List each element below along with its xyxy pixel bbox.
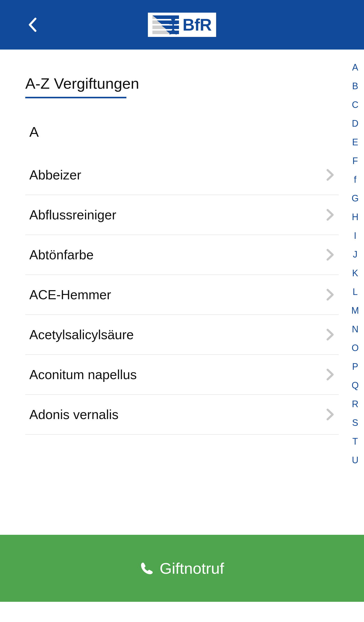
alpha-index-letter[interactable]: I: [350, 231, 360, 241]
list-item-label: ACE-Hemmer: [29, 287, 111, 302]
alpha-index: ABCDEFfGHIJKLMNOPQRSTU: [350, 62, 360, 466]
list-item[interactable]: Acetylsalicylsäure: [25, 315, 339, 355]
list-item[interactable]: ACE-Hemmer: [25, 275, 339, 315]
chevron-left-icon: [28, 17, 38, 32]
section-letter: A: [25, 124, 339, 140]
alpha-index-letter[interactable]: F: [350, 156, 360, 166]
alpha-index-letter[interactable]: L: [350, 287, 360, 297]
alpha-index-letter[interactable]: R: [350, 399, 360, 409]
alpha-index-letter[interactable]: O: [350, 343, 360, 353]
item-list: AbbeizerAbflussreinigerAbtönfarbeACE-Hem…: [25, 155, 339, 435]
app-header: BfR: [0, 0, 364, 50]
chevron-right-icon: [326, 248, 335, 261]
alpha-index-letter[interactable]: E: [350, 137, 360, 148]
alpha-index-letter[interactable]: C: [350, 100, 360, 110]
list-item[interactable]: Abflussreiniger: [25, 195, 339, 235]
alpha-index-letter[interactable]: K: [350, 268, 360, 279]
alpha-index-letter[interactable]: Q: [350, 380, 360, 391]
bfr-logo-icon: [152, 15, 179, 34]
bfr-logo: BfR: [148, 13, 216, 37]
alpha-index-letter[interactable]: T: [350, 436, 360, 447]
alpha-index-letter[interactable]: P: [350, 361, 360, 372]
alpha-index-letter[interactable]: A: [350, 62, 360, 73]
back-button[interactable]: [25, 17, 40, 32]
alpha-index-letter[interactable]: D: [350, 118, 360, 129]
list-item-label: Abflussreiniger: [29, 207, 116, 222]
list-item[interactable]: Abbeizer: [25, 155, 339, 195]
emergency-call-button[interactable]: Giftnotruf: [0, 535, 364, 602]
list-item-label: Acetylsalicylsäure: [29, 327, 134, 342]
chevron-right-icon: [326, 368, 335, 381]
alpha-index-letter[interactable]: G: [350, 193, 360, 204]
list-item[interactable]: Abtönfarbe: [25, 235, 339, 275]
alpha-index-letter[interactable]: S: [350, 418, 360, 428]
chevron-right-icon: [326, 288, 335, 301]
alpha-index-letter[interactable]: M: [350, 305, 360, 316]
title-underline: [25, 97, 126, 98]
alpha-index-letter[interactable]: U: [350, 455, 360, 466]
bfr-logo-text: BfR: [183, 15, 211, 34]
emergency-call-label: Giftnotruf: [160, 559, 224, 577]
alpha-index-letter[interactable]: f: [350, 174, 360, 185]
alpha-index-letter[interactable]: B: [350, 81, 360, 91]
chevron-right-icon: [326, 169, 335, 181]
chevron-right-icon: [326, 408, 335, 421]
main-content: A-Z Vergiftungen A AbbeizerAbflussreinig…: [0, 50, 364, 535]
alpha-index-letter[interactable]: H: [350, 212, 360, 222]
list-item[interactable]: Aconitum napellus: [25, 355, 339, 395]
page-title: A-Z Vergiftungen: [25, 75, 339, 92]
list-item-label: Abtönfarbe: [29, 247, 94, 262]
list-item-label: Adonis vernalis: [29, 407, 119, 422]
alpha-index-letter[interactable]: J: [350, 249, 360, 260]
list-item-label: Abbeizer: [29, 167, 81, 182]
alpha-index-letter[interactable]: N: [350, 324, 360, 335]
list-item-label: Aconitum napellus: [29, 367, 137, 382]
phone-icon: [140, 562, 154, 575]
list-item[interactable]: Adonis vernalis: [25, 395, 339, 435]
chevron-right-icon: [326, 209, 335, 221]
chevron-right-icon: [326, 328, 335, 341]
